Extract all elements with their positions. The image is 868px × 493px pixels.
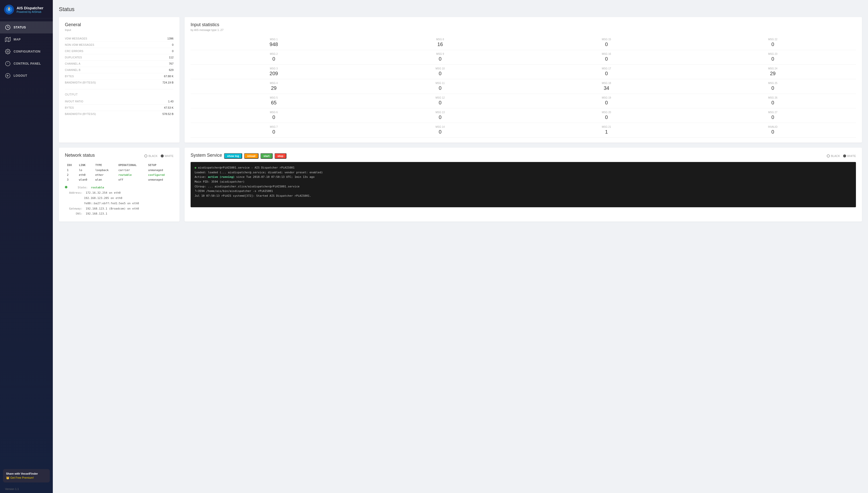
msg-value: 0 [525, 114, 688, 120]
msg-label: MSG 8 [359, 38, 522, 41]
cell-link: wlan0 [77, 177, 93, 182]
terminal-line: └─3594 /home/ais/bin/aisdispatcher -s rP… [195, 189, 852, 194]
msg-cell: MSG 230 [690, 50, 856, 65]
radio-black-label: BLACK [148, 154, 157, 157]
stat-value: 0 [172, 43, 174, 46]
system-service-card: System Service show log reload start sto… [184, 148, 862, 221]
radio-white-label: WHITE [165, 154, 174, 157]
msg-cell: MSG 250 [690, 79, 856, 94]
general-input-label: Input [65, 28, 174, 31]
network-status-card: Network status BLACK WHITE IDX [59, 148, 180, 221]
stop-button[interactable]: stop [274, 153, 286, 159]
radio-white-dot [161, 154, 164, 157]
sidebar-item-control-panel[interactable]: CONTROL PANEL [0, 58, 53, 70]
msg-value: 209 [192, 71, 356, 77]
terminal-line: ● aisdispatcher@rPiAIS001.service - AIS … [195, 166, 852, 170]
msg-cell: MSG 90 [357, 50, 524, 65]
network-table: IDX LINK TYPE OPERATIONAL SETUP 1 lo loo… [65, 163, 174, 182]
msg-cell: MSG 816 [357, 36, 524, 50]
active-status: active (running) [208, 175, 235, 178]
reload-button[interactable]: reload [244, 153, 259, 159]
sidebar-nav: STATUS MAP CONFIGURATION [0, 18, 53, 467]
input-stats-list: VDM MESSAGES1396NON-VDM MESSAGES0CRC ERR… [65, 36, 174, 86]
stat-label: CHANNEL B [65, 68, 81, 71]
stat-row: BANDWIDTH (bytes/s)578.52 B [65, 111, 174, 117]
terminal-line: CGroup: ... aisdispatcher.slice/aisdispa… [195, 185, 852, 189]
network-radio-group: BLACK WHITE [144, 154, 174, 157]
msg-value: 0 [525, 100, 688, 106]
address-value-3: fe80::ba27:ebff:fed1:5ee5 on eth0 [84, 202, 139, 205]
cell-setup: unmanaged [146, 177, 174, 182]
cell-link: eth0 [77, 173, 93, 177]
msg-label: MSG 3 [192, 67, 356, 70]
stat-label: CRC ERRORS [65, 49, 84, 52]
msg-cell: MSG 270 [690, 108, 856, 123]
network-dns-row: DNS: 192.168.123.1 [65, 211, 174, 217]
stat-row: VDM MESSAGES1396 [65, 36, 174, 42]
stat-row: NON-VDM MESSAGES0 [65, 42, 174, 48]
service-radio-white[interactable]: WHITE [843, 154, 856, 157]
app-title: AIS Dispatcher [17, 6, 44, 10]
sidebar-label-logout: LOGOUT [14, 74, 27, 78]
msg-cell: MSG 70 [191, 123, 357, 137]
msg-value: 29 [192, 85, 356, 91]
table-row: 1 lo loopback carrier unmanaged [65, 168, 174, 173]
msg-label: MSG 25 [691, 82, 855, 85]
sidebar-item-logout[interactable]: LOGOUT [0, 70, 53, 82]
start-button[interactable]: start [261, 153, 272, 159]
stat-label: BYTES [65, 106, 74, 109]
msg-label: MSG 7 [192, 126, 356, 128]
service-radio-black[interactable]: BLACK [827, 154, 840, 157]
service-radio-white-label: WHITE [847, 154, 856, 157]
stat-row: DUPLICATES112 [65, 54, 174, 61]
msg-value: 1 [525, 129, 688, 135]
output-label: Output [65, 93, 174, 97]
general-card: General Input VDM MESSAGES1396NON-VDM ME… [59, 17, 180, 143]
msg-cell: MSG 2429 [690, 65, 856, 79]
share-box[interactable]: Share with VesselFinder 👑 Get Free Premi… [3, 469, 50, 483]
msg-value: 34 [525, 85, 688, 91]
terminal-line: Loaded: loaded (... aisdispatcher@.servi… [195, 170, 852, 175]
col-type: TYPE [93, 163, 116, 168]
terminal-output: ● aisdispatcher@rPiAIS001.service - AIS … [191, 162, 856, 207]
msg-cell: MSG 160 [523, 50, 690, 65]
msg-value: 0 [691, 100, 855, 106]
stat-value: 1396 [168, 37, 174, 40]
msg-value: 0 [525, 56, 688, 62]
msg-label: MSG 26 [691, 97, 855, 99]
sidebar-item-configuration[interactable]: CONFIGURATION [0, 45, 53, 58]
cell-idx: 2 [65, 173, 77, 177]
msg-label: MSG 11 [359, 82, 522, 85]
input-stats-subtitle: by AIS message type 1..27 [191, 28, 856, 31]
show-log-button[interactable]: show log [224, 153, 242, 159]
stat-label: BANDWIDTH (bytes/s) [65, 112, 96, 115]
service-radio-black-dot [827, 154, 830, 157]
radio-black[interactable]: BLACK [144, 154, 157, 157]
msg-value: 0 [525, 42, 688, 47]
table-row: 2 eth0 ether routable configured [65, 173, 174, 177]
message-grid: MSG 1948MSG 816MSG 150MSG 220MSG 20MSG 9… [191, 36, 856, 137]
stat-value: 112 [169, 56, 174, 59]
sidebar-version: Version 1.1 [0, 485, 53, 493]
msg-label: MSG 18 [525, 82, 688, 85]
radio-white[interactable]: WHITE [161, 154, 174, 157]
status-icon [5, 25, 10, 30]
stat-value: 767 [169, 62, 174, 65]
share-title: Share with VesselFinder [6, 472, 47, 475]
stat-row: IN/OUT RATIO1.43 [65, 98, 174, 105]
msg-label: MSG 19 [525, 97, 688, 99]
cell-setup: unmanaged [146, 168, 174, 173]
config-icon [5, 49, 10, 54]
logout-icon [5, 73, 10, 79]
msg-label: INVALID [691, 126, 855, 128]
msg-value: 0 [359, 56, 522, 62]
msg-label: MSG 14 [359, 126, 522, 128]
map-icon [5, 37, 10, 42]
msg-value: 0 [691, 42, 855, 47]
aishub-link[interactable]: AISHub [32, 10, 42, 13]
sidebar-item-status[interactable]: STATUS [0, 21, 53, 34]
sidebar-item-map[interactable]: MAP [0, 34, 53, 45]
status-dot [65, 186, 67, 188]
msg-value: 0 [691, 129, 855, 135]
sidebar-label-status: STATUS [14, 26, 26, 29]
